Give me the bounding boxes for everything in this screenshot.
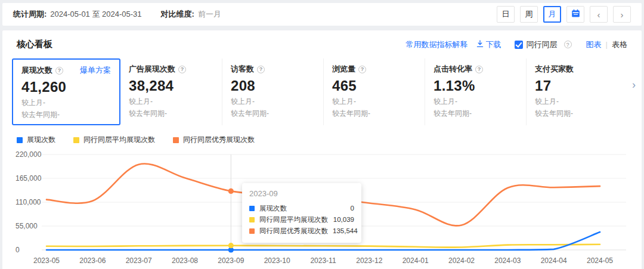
tooltip-date: 2023-09 <box>249 189 354 198</box>
metric-value: 208 <box>231 78 315 94</box>
trend-chart[interactable]: 055,000110,000165,000220,0002023-052023-… <box>2 149 642 269</box>
promo-plan-link[interactable]: 爆单方案 <box>80 65 111 76</box>
svg-text:2024-04: 2024-04 <box>541 256 567 265</box>
peer-layer-checkbox[interactable] <box>515 41 523 49</box>
peer-help-icon[interactable]: ? <box>564 41 572 48</box>
period-label: 统计周期: <box>13 9 47 20</box>
tooltip-swatch <box>249 228 255 234</box>
chevron-right-icon: › <box>621 10 624 20</box>
help-icon[interactable]: ? <box>55 67 63 75</box>
svg-text:2023-10: 2023-10 <box>264 256 290 265</box>
chart-tooltip: 2023-09 展现次数 0 同行同层平均展现次数 10,039 同行同层优秀展… <box>242 183 361 243</box>
svg-text:165,000: 165,000 <box>16 174 42 183</box>
help-icon[interactable]: ? <box>358 66 366 73</box>
range-day-button[interactable]: 日 <box>497 6 515 23</box>
download-icon <box>476 40 484 50</box>
metric-card-pageviews[interactable]: 浏览量 ? 465 较上月- 较去年同期- <box>323 58 425 125</box>
svg-text:55,000: 55,000 <box>16 222 38 230</box>
mom-compare: 较上月- <box>129 97 213 106</box>
help-icon[interactable]: ? <box>257 66 265 73</box>
metric-explain-link[interactable]: 常用数据指标解释 <box>406 39 468 50</box>
legend-item-impressions[interactable]: 展现次数 <box>17 135 55 145</box>
yoy-compare: 较去年同期- <box>231 109 315 118</box>
metric-value: 17 <box>535 78 619 94</box>
metric-card-paying-buyers[interactable]: 支付买家数 17 较上月- 较去年同期- <box>526 58 627 125</box>
svg-text:0: 0 <box>16 246 20 254</box>
download-link[interactable]: 下载 <box>476 39 501 50</box>
mom-compare: 较上月- <box>535 97 619 106</box>
peer-layer-label: 同行同层 <box>527 39 558 50</box>
legend-item-peer-average[interactable]: 同行同层平均展现次数 <box>73 135 155 145</box>
mom-compare: 较上月- <box>21 98 111 107</box>
mom-compare: 较上月- <box>231 97 315 106</box>
metric-card-visitors[interactable]: 访客数 ? 208 较上月- 较去年同期- <box>222 58 323 125</box>
mom-compare: 较上月- <box>332 97 416 106</box>
cards-next-arrow[interactable]: › <box>632 79 636 91</box>
tooltip-swatch <box>249 217 255 222</box>
yoy-compare: 较去年同期- <box>21 110 111 119</box>
help-icon[interactable]: ? <box>178 66 186 73</box>
range-week-button[interactable]: 周 <box>520 6 538 23</box>
svg-text:2024-05: 2024-05 <box>587 256 613 265</box>
compare-label: 对比维度: <box>161 9 194 20</box>
metric-card-impressions[interactable]: 展现次数 ? 爆单方案 41,260 较上月- 较去年同期- <box>12 58 120 125</box>
tooltip-swatch <box>249 206 255 211</box>
yoy-compare: 较去年同期- <box>129 109 213 118</box>
svg-text:2023-09: 2023-09 <box>218 256 244 265</box>
metric-value: 41,260 <box>21 79 111 95</box>
chart-legend: 展现次数 同行同层平均展现次数 同行同层优秀展现次数 <box>17 135 642 145</box>
yoy-compare: 较去年同期- <box>535 109 619 118</box>
yoy-compare: 较去年同期- <box>434 109 518 118</box>
svg-text:2023-06: 2023-06 <box>79 256 106 265</box>
metric-value: 1.13% <box>434 78 518 94</box>
svg-text:110,000: 110,000 <box>16 198 41 206</box>
metric-cards-row: 展现次数 ? 爆单方案 41,260 较上月- 较去年同期- 广告展现次数 ? … <box>12 58 632 125</box>
legend-swatch <box>173 137 179 143</box>
svg-text:2023-12: 2023-12 <box>356 256 382 265</box>
help-icon[interactable]: ? <box>475 66 483 73</box>
svg-text:220,000: 220,000 <box>16 150 42 159</box>
svg-text:2023-05: 2023-05 <box>33 256 60 265</box>
calendar-icon <box>571 9 580 20</box>
view-chart-toggle[interactable]: 图表 <box>586 39 602 50</box>
legend-swatch <box>17 137 23 143</box>
metric-value: 38,284 <box>129 78 213 94</box>
period-value: 2024-05-01 至 2024-05-31 <box>50 9 141 20</box>
legend-swatch <box>73 137 79 143</box>
chevron-left-icon: ‹ <box>597 10 600 20</box>
range-month-button[interactable]: 月 <box>543 6 561 23</box>
view-table-toggle[interactable]: 表格 <box>612 39 627 50</box>
prev-period-button[interactable]: ‹ <box>590 6 608 23</box>
yoy-compare: 较去年同期- <box>332 109 416 118</box>
page-title: 核心看板 <box>17 39 52 50</box>
mom-compare: 较上月- <box>434 97 518 106</box>
svg-text:2023-11: 2023-11 <box>310 256 336 265</box>
svg-text:2023-07: 2023-07 <box>126 256 152 265</box>
legend-item-peer-excellent[interactable]: 同行同层优秀展现次数 <box>173 135 255 145</box>
svg-text:2024-03: 2024-03 <box>494 256 521 265</box>
calendar-button[interactable] <box>566 6 584 23</box>
svg-text:2024-01: 2024-01 <box>402 256 429 265</box>
core-dashboard-panel: 核心看板 常用数据指标解释 下载 同行同层 ? 图表 | 表格 <box>2 30 642 269</box>
metric-card-ad-impressions[interactable]: 广告展现次数 ? 38,284 较上月- 较去年同期- <box>120 58 222 125</box>
svg-text:2024-02: 2024-02 <box>448 256 475 265</box>
next-period-button[interactable]: › <box>613 6 631 23</box>
metric-value: 465 <box>332 78 416 94</box>
metric-card-ctr[interactable]: 点击转化率 ? 1.13% 较上月- 较去年同期- <box>425 58 526 125</box>
compare-value: 前一月 <box>198 9 221 20</box>
toggle-divider: | <box>606 40 608 49</box>
period-toolbar: 统计周期: 2024-05-01 至 2024-05-31 对比维度: 前一月 … <box>2 3 642 26</box>
svg-text:2023-08: 2023-08 <box>172 256 198 265</box>
